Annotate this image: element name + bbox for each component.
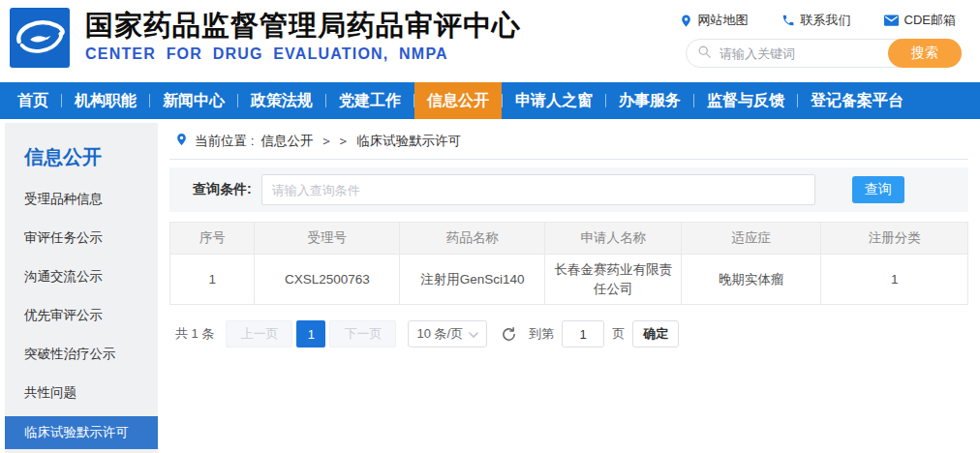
nav-item-home[interactable]: 首页 <box>5 82 61 119</box>
table-row[interactable]: 1 CXSL2500763 注射用GenSci140 长春金赛药业有限责任公司 … <box>170 255 968 305</box>
col-header-indication: 适应症 <box>682 223 821 255</box>
breadcrumb-prefix: 当前位置 : <box>195 133 255 150</box>
col-header-applicant: 申请人名称 <box>545 223 682 255</box>
cde-logo-icon <box>10 8 70 68</box>
site-search-bar: 搜索 <box>686 39 962 68</box>
content: 当前位置 : 信息公开 ＞ ＞ 临床试验默示许可 查询条件: 查询 序号 受理号… <box>158 123 980 453</box>
nav-item-applicant-window[interactable]: 申请人之窗 <box>503 82 605 119</box>
location-pin-icon <box>680 14 692 28</box>
current-page-button[interactable]: 1 <box>296 320 325 347</box>
sidebar-item-accepted-varieties[interactable]: 受理品种信息 <box>5 180 158 219</box>
pagination: 共 1 条 上一页 1 下一页 10 条/页 到第 页 确定 <box>169 320 968 347</box>
pagination-total: 共 1 条 <box>175 325 214 343</box>
chevron-down-icon <box>469 327 478 342</box>
sidebar-item-communication[interactable]: 沟通交流公示 <box>5 257 158 296</box>
nav-item-news[interactable]: 新闻中心 <box>150 82 237 119</box>
breadcrumb-separator: ＞ ＞ <box>321 133 351 150</box>
nav-item-supervision[interactable]: 监督与反馈 <box>694 82 797 119</box>
goto-page-label: 到第 <box>529 325 554 343</box>
sidebar-item-breakthrough-therapy[interactable]: 突破性治疗公示 <box>5 335 158 374</box>
breadcrumb-page[interactable]: 临床试验默示许可 <box>356 133 461 150</box>
query-bar: 查询条件: 查询 <box>169 167 968 212</box>
page-unit-label: 页 <box>612 325 625 343</box>
site-header: 国家药品监督管理局药品审评中心 CENTER FOR DRUG EVALUATI… <box>0 0 980 82</box>
site-subtitle: CENTER FOR DRUG EVALUATION, NMPA <box>85 45 521 63</box>
query-label: 查询条件: <box>193 181 252 198</box>
refresh-icon[interactable] <box>501 326 517 343</box>
sidebar-title: 信息公开 <box>5 123 158 180</box>
envelope-icon <box>884 15 899 26</box>
site-title: 国家药品监督管理局药品审评中心 <box>85 11 521 42</box>
sidebar-item-common-issues[interactable]: 共性问题 <box>5 374 158 412</box>
cell-registration-class: 1 <box>821 255 968 305</box>
page-size-value: 10 条/页 <box>416 325 463 343</box>
table-header-row: 序号 受理号 药品名称 申请人名称 适应症 注册分类 <box>170 223 968 255</box>
col-header-drug-name: 药品名称 <box>400 223 545 255</box>
cde-logo <box>10 8 70 68</box>
quick-links: 网站地图 联系我们 CDE邮箱 <box>680 12 956 29</box>
mailbox-link-label: CDE邮箱 <box>904 12 956 29</box>
next-page-button[interactable]: 下一页 <box>329 320 396 347</box>
nav-item-services[interactable]: 办事服务 <box>606 82 693 119</box>
sidebar-item-review-tasks[interactable]: 审评任务公示 <box>5 219 158 257</box>
main-nav: 首页 机构职能 新闻中心 政策法规 党建工作 信息公开 申请人之窗 办事服务 监… <box>0 82 980 119</box>
site-search-button[interactable]: 搜索 <box>888 39 962 68</box>
breadcrumb-section[interactable]: 信息公开 <box>261 133 314 150</box>
breadcrumb: 当前位置 : 信息公开 ＞ ＞ 临床试验默示许可 <box>169 123 968 160</box>
page-size-select[interactable]: 10 条/页 <box>408 320 487 347</box>
sitemap-link[interactable]: 网站地图 <box>680 12 749 29</box>
col-header-index: 序号 <box>170 223 255 255</box>
site-search-input[interactable] <box>712 46 888 61</box>
phone-icon <box>781 14 795 27</box>
query-input[interactable] <box>261 174 815 205</box>
search-icon <box>697 45 712 63</box>
location-pin-icon <box>175 132 188 150</box>
cell-applicant: 长春金赛药业有限责任公司 <box>545 255 682 305</box>
mailbox-link[interactable]: CDE邮箱 <box>884 12 956 29</box>
goto-page-input[interactable] <box>562 320 604 347</box>
cell-drug-name: 注射用GenSci140 <box>400 255 545 305</box>
nav-item-functions[interactable]: 机构职能 <box>62 82 149 119</box>
sitemap-link-label: 网站地图 <box>698 12 749 29</box>
nav-item-registration-platform[interactable]: 登记备案平台 <box>798 82 916 119</box>
nav-item-info-disclosure[interactable]: 信息公开 <box>414 82 502 119</box>
col-header-registration-class: 注册分类 <box>821 223 968 255</box>
title-block: 国家药品监督管理局药品审评中心 CENTER FOR DRUG EVALUATI… <box>85 11 521 63</box>
contact-link[interactable]: 联系我们 <box>781 12 851 29</box>
cell-index: 1 <box>170 255 255 305</box>
nav-item-party[interactable]: 党建工作 <box>326 82 413 119</box>
sidebar-item-priority-review[interactable]: 优先审评公示 <box>5 296 158 335</box>
query-button[interactable]: 查询 <box>852 176 904 203</box>
prev-page-button[interactable]: 上一页 <box>226 320 292 347</box>
confirm-button[interactable]: 确定 <box>632 320 679 347</box>
contact-link-label: 联系我们 <box>801 12 851 29</box>
main-area: 信息公开 受理品种信息 审评任务公示 沟通交流公示 优先审评公示 突破性治疗公示… <box>0 123 980 453</box>
sidebar: 信息公开 受理品种信息 审评任务公示 沟通交流公示 优先审评公示 突破性治疗公示… <box>5 123 158 453</box>
sidebar-item-clinical-trial-implied-license[interactable]: 临床试验默示许可 <box>5 416 158 449</box>
cell-acceptance-no: CXSL2500763 <box>255 255 400 305</box>
nav-item-policies[interactable]: 政策法规 <box>238 82 325 119</box>
cell-indication: 晚期实体瘤 <box>682 255 821 305</box>
col-header-acceptance-no: 受理号 <box>255 223 400 255</box>
results-table: 序号 受理号 药品名称 申请人名称 适应症 注册分类 1 CXSL2500763… <box>169 222 968 305</box>
